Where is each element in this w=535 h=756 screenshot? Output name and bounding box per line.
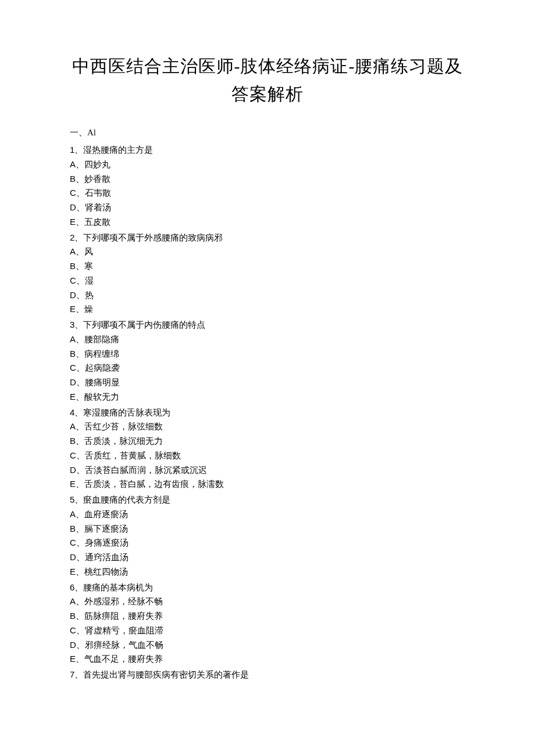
- document-title: 中西医结合主治医师-肢体经络病证-腰痛练习题及答案解析: [70, 52, 465, 108]
- option-item: D、通窍活血汤: [70, 550, 465, 565]
- question-text: 7、首先提出肾与腰部疾病有密切关系的著作是: [70, 668, 465, 682]
- option-item: E、桃红四物汤: [70, 565, 465, 579]
- option-item: C、舌质红，苔黄腻，脉细数: [70, 449, 465, 463]
- option-item: A、外感湿邪，经脉不畅: [70, 594, 465, 609]
- option-item: C、湿: [70, 274, 465, 288]
- question-text: 4、寒湿腰痛的舌脉表现为: [70, 406, 465, 420]
- question-item: 7、首先提出肾与腰部疾病有密切关系的著作是: [70, 668, 465, 682]
- question-text: 6、腰痛的基本病机为: [70, 581, 465, 595]
- option-item: A、四妙丸: [70, 157, 465, 172]
- option-item: D、腰痛明显: [70, 375, 465, 390]
- question-item: 4、寒湿腰痛的舌脉表现为A、舌红少苔，脉弦细数B、舌质淡，脉沉细无力C、舌质红，…: [70, 406, 465, 492]
- option-item: B、妙香散: [70, 172, 465, 187]
- option-item: B、舌质淡，脉沉细无力: [70, 434, 465, 449]
- option-item: E、酸软无力: [70, 390, 465, 404]
- option-item: C、肾虚精亏，瘀血阻滞: [70, 624, 465, 638]
- question-text: 3、下列哪项不属于内伤腰痛的特点: [70, 318, 465, 332]
- question-item: 2、下列哪项不属于外感腰痛的致病病邪A、风B、寒C、湿D、热E、燥: [70, 231, 465, 317]
- option-item: E、五皮散: [70, 215, 465, 230]
- option-item: E、气血不足，腰府失养: [70, 652, 465, 667]
- option-item: D、肾着汤: [70, 200, 465, 215]
- option-item: A、腰部隐痛: [70, 332, 465, 347]
- question-item: 3、下列哪项不属于内伤腰痛的特点A、腰部隐痛B、病程缠绵C、起病隐袭D、腰痛明显…: [70, 318, 465, 404]
- option-item: A、血府逐瘀汤: [70, 507, 465, 522]
- question-item: 5、瘀血腰痛的代表方剂是A、血府逐瘀汤B、膈下逐瘀汤C、身痛逐瘀汤D、通窍活血汤…: [70, 493, 465, 579]
- questions-list: 1、湿热腰痛的主方是A、四妙丸B、妙香散C、石韦散D、肾着汤E、五皮散2、下列哪…: [70, 143, 465, 682]
- option-item: B、膈下逐瘀汤: [70, 522, 465, 536]
- section-header: 一、Al: [70, 126, 465, 139]
- option-item: D、舌淡苔白腻而润，脉沉紧或沉迟: [70, 463, 465, 478]
- option-item: C、起病隐袭: [70, 361, 465, 375]
- option-item: E、燥: [70, 302, 465, 317]
- option-item: B、寒: [70, 259, 465, 274]
- option-item: D、邪痹经脉，气血不畅: [70, 638, 465, 653]
- option-item: B、筋脉痹阻，腰府失养: [70, 609, 465, 624]
- question-text: 5、瘀血腰痛的代表方剂是: [70, 493, 465, 507]
- question-text: 2、下列哪项不属于外感腰痛的致病病邪: [70, 231, 465, 245]
- question-item: 1、湿热腰痛的主方是A、四妙丸B、妙香散C、石韦散D、肾着汤E、五皮散: [70, 143, 465, 230]
- option-item: B、病程缠绵: [70, 347, 465, 361]
- question-item: 6、腰痛的基本病机为A、外感湿邪，经脉不畅B、筋脉痹阻，腰府失养C、肾虚精亏，瘀…: [70, 581, 465, 667]
- option-item: C、身痛逐瘀汤: [70, 536, 465, 550]
- question-text: 1、湿热腰痛的主方是: [70, 143, 465, 157]
- option-item: D、热: [70, 288, 465, 303]
- option-item: A、风: [70, 245, 465, 259]
- option-item: A、舌红少苔，脉弦细数: [70, 420, 465, 434]
- option-item: E、舌质淡，苔白腻，边有齿痕，脉濡数: [70, 477, 465, 492]
- option-item: C、石韦散: [70, 186, 465, 200]
